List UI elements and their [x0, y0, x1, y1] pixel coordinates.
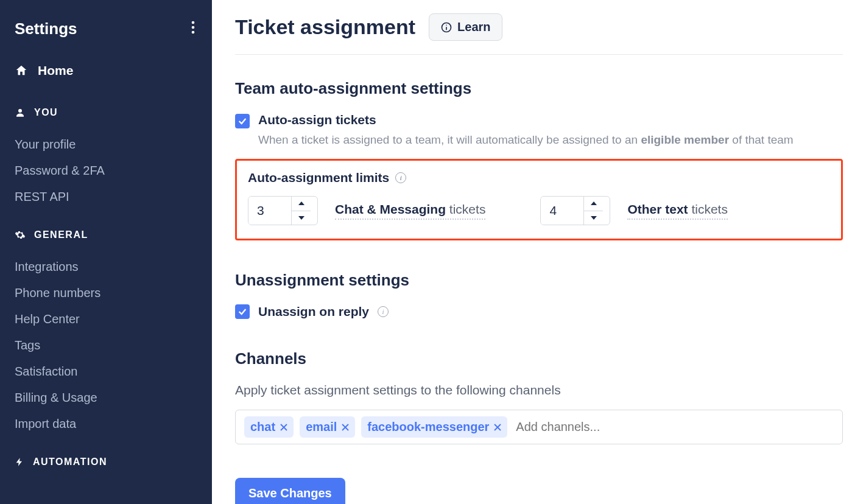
section-team-auto-assignment: Team auto-assignment settings Auto-assig…	[235, 79, 843, 240]
section-title-team: Team auto-assignment settings	[235, 79, 843, 98]
chat-limit-strong: Chat & Messaging	[335, 202, 446, 216]
chat-limit-input[interactable]	[248, 197, 291, 225]
nav-group-automation: AUTOMATION	[15, 457, 197, 467]
chat-limit-controls	[291, 197, 311, 225]
section-title-channels: Channels	[235, 349, 843, 368]
nav-home-label: Home	[38, 63, 73, 78]
main-content: Ticket assignment Learn Team auto-assign…	[212, 0, 866, 504]
svg-point-0	[192, 21, 195, 24]
chat-limit-label: Chat & Messaging tickets	[335, 202, 485, 220]
svg-marker-8	[298, 216, 305, 220]
sidebar-item-billing-usage[interactable]: Billing & Usage	[15, 385, 197, 411]
main-header: Ticket assignment Learn	[235, 13, 843, 55]
sidebar-item-home[interactable]: Home	[15, 63, 197, 78]
other-limit-input[interactable]	[541, 197, 583, 225]
section-title-unassign: Unassignment settings	[235, 271, 843, 290]
other-limit-up[interactable]	[584, 197, 603, 211]
sidebar-item-your-profile[interactable]: Your profile	[15, 131, 197, 158]
auto-assign-desc: When a ticket is assigned to a team, it …	[258, 133, 843, 147]
remove-tag-icon[interactable]	[280, 424, 287, 431]
other-limit-stepper	[540, 196, 610, 225]
unassign-row: Unassign on reply i	[235, 304, 843, 319]
person-icon	[15, 107, 26, 118]
nav-group-automation-header: AUTOMATION	[15, 457, 197, 467]
nav-group-general: GENERAL Integrations Phone numbers Help …	[15, 229, 197, 437]
channel-tag-facebook-messenger: facebook-messenger	[361, 416, 507, 438]
sidebar-item-rest-api[interactable]: REST API	[15, 184, 197, 210]
svg-point-6	[446, 24, 447, 26]
bolt-icon	[15, 457, 24, 467]
chat-limit-down[interactable]	[292, 211, 311, 225]
sidebar-item-import-data[interactable]: Import data	[15, 411, 197, 437]
nav-group-general-label: GENERAL	[34, 229, 88, 240]
sidebar-item-help-center[interactable]: Help Center	[15, 306, 197, 332]
save-changes-button[interactable]: Save Changes	[235, 478, 345, 504]
learn-button[interactable]: Learn	[429, 13, 502, 41]
info-icon	[440, 21, 452, 33]
auto-assign-row: Auto-assign tickets	[235, 113, 843, 128]
sidebar-item-integrations[interactable]: Integrations	[15, 254, 197, 280]
auto-assign-desc-post: of that team	[729, 133, 794, 146]
auto-assign-checkbox[interactable]	[235, 114, 250, 128]
limits-title-label: Auto-assignment limits	[248, 170, 389, 185]
gear-icon	[15, 229, 26, 240]
svg-marker-9	[591, 201, 597, 205]
sidebar: Settings Home YOU Your profile Password …	[0, 0, 212, 504]
sidebar-item-satisfaction[interactable]: Satisfaction	[15, 359, 197, 385]
unassign-checkbox[interactable]	[235, 304, 250, 319]
limit-other-text: Other text tickets	[540, 196, 728, 225]
sidebar-title: Settings	[15, 19, 77, 38]
other-limit-strong: Other text	[627, 202, 688, 216]
channel-tag-email-label: email	[306, 420, 337, 434]
chat-limit-suffix: tickets	[446, 202, 485, 216]
limit-chat-messaging: Chat & Messaging tickets	[248, 196, 485, 225]
chat-limit-up[interactable]	[292, 197, 311, 211]
sidebar-item-tags[interactable]: Tags	[15, 332, 197, 359]
auto-assign-desc-strong: eligible member	[641, 133, 729, 146]
other-limit-label: Other text tickets	[627, 202, 728, 220]
svg-marker-10	[591, 216, 597, 220]
page-title: Ticket assignment	[235, 15, 415, 39]
limits-row: Chat & Messaging tickets Other text tick…	[248, 196, 830, 225]
unassign-label: Unassign on reply	[258, 304, 369, 319]
channel-tag-chat: chat	[244, 416, 294, 438]
channels-add-input[interactable]	[513, 418, 834, 436]
nav-group-you: YOU Your profile Password & 2FA REST API	[15, 107, 197, 210]
remove-tag-icon[interactable]	[342, 424, 349, 431]
section-channels: Channels Apply ticket assignment setting…	[235, 349, 843, 504]
info-icon[interactable]: i	[395, 172, 406, 183]
other-limit-down[interactable]	[584, 211, 603, 225]
channels-desc: Apply ticket assignment settings to the …	[235, 383, 843, 397]
svg-point-3	[18, 109, 22, 113]
sidebar-header: Settings	[15, 18, 197, 39]
auto-assign-label: Auto-assign tickets	[258, 113, 376, 127]
nav-group-you-header: YOU	[15, 107, 197, 118]
limits-title: Auto-assignment limits i	[248, 170, 830, 185]
channels-input-box[interactable]: chat email facebook-messenger	[235, 410, 843, 444]
other-limit-suffix: tickets	[688, 202, 728, 216]
svg-point-1	[192, 26, 195, 29]
nav-group-automation-label: AUTOMATION	[33, 457, 107, 467]
nav-group-you-label: YOU	[34, 107, 58, 118]
svg-point-2	[192, 31, 195, 34]
sidebar-item-phone-numbers[interactable]: Phone numbers	[15, 280, 197, 306]
remove-tag-icon[interactable]	[494, 424, 501, 431]
auto-assign-desc-pre: When a ticket is assigned to a team, it …	[258, 133, 641, 146]
info-icon[interactable]: i	[378, 306, 389, 317]
home-icon	[15, 64, 28, 77]
other-limit-controls	[583, 197, 603, 225]
kebab-menu-icon[interactable]	[189, 18, 197, 39]
chat-limit-stepper	[248, 196, 318, 225]
section-unassignment: Unassignment settings Unassign on reply …	[235, 271, 843, 319]
auto-assignment-limits-box: Auto-assignment limits i Chat & Messagin…	[235, 159, 843, 240]
channel-tag-fb-label: facebook-messenger	[367, 420, 489, 434]
channel-tag-chat-label: chat	[250, 420, 275, 434]
nav-group-general-header: GENERAL	[15, 229, 197, 240]
sidebar-item-password-2fa[interactable]: Password & 2FA	[15, 158, 197, 184]
learn-button-label: Learn	[457, 20, 490, 34]
channel-tag-email: email	[300, 416, 355, 438]
svg-marker-7	[298, 201, 305, 205]
